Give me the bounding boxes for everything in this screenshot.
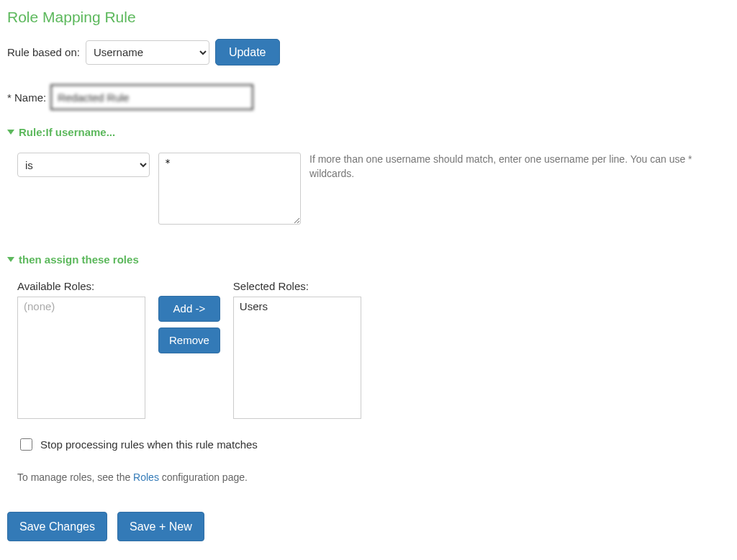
transfer-buttons: Add -> Remove — [158, 296, 220, 353]
rule-based-label: Rule based on: — [7, 46, 80, 58]
selected-roles-listbox[interactable]: Users — [233, 297, 361, 419]
available-roles-listbox[interactable]: (none) — [17, 297, 145, 419]
stop-processing-row: Stop processing rules when this rule mat… — [17, 436, 730, 453]
manage-note-prefix: To manage roles, see the — [17, 471, 133, 483]
available-roles-label: Available Roles: — [17, 280, 145, 292]
stop-processing-checkbox[interactable] — [20, 438, 32, 451]
remove-button[interactable]: Remove — [158, 328, 220, 353]
manage-note-suffix: configuration page. — [159, 471, 248, 483]
rule-section-header[interactable]: Rule:If username... — [7, 126, 730, 138]
name-row: * Name: — [7, 84, 730, 110]
rule-based-row: Rule based on: Username Update — [7, 39, 730, 66]
rule-section-title: Rule:If username... — [19, 126, 115, 138]
name-label: * Name: — [7, 91, 46, 104]
selected-roles-label: Selected Roles: — [233, 280, 361, 292]
condition-row: is * If more than one username should ma… — [17, 153, 730, 225]
stop-processing-label: Stop processing rules when this rule mat… — [40, 438, 258, 451]
page-title: Role Mapping Rule — [7, 9, 730, 26]
chevron-down-icon — [7, 130, 14, 135]
selected-roles-column: Selected Roles: Users — [233, 280, 361, 419]
update-button[interactable]: Update — [215, 39, 280, 66]
manage-roles-note: To manage roles, see the Roles configura… — [17, 471, 730, 483]
pattern-textarea[interactable]: * — [158, 153, 301, 225]
chevron-down-icon — [7, 257, 14, 262]
condition-select[interactable]: is — [17, 153, 150, 177]
roles-area: Available Roles: (none) Add -> Remove Se… — [17, 280, 730, 419]
pattern-hint: If more than one username should match, … — [309, 153, 730, 181]
save-changes-button[interactable]: Save Changes — [7, 512, 107, 541]
assign-section-title: then assign these roles — [19, 253, 139, 266]
save-new-button[interactable]: Save + New — [117, 512, 204, 541]
list-placeholder: (none) — [18, 297, 145, 315]
available-roles-column: Available Roles: (none) — [17, 280, 145, 419]
assign-section-header[interactable]: then assign these roles — [7, 253, 730, 266]
name-input[interactable] — [50, 84, 253, 110]
add-button[interactable]: Add -> — [158, 296, 220, 322]
rule-based-select[interactable]: Username — [86, 40, 209, 65]
list-item[interactable]: Users — [234, 297, 361, 315]
footer-buttons: Save Changes Save + New — [7, 512, 730, 541]
roles-link[interactable]: Roles — [133, 471, 159, 483]
